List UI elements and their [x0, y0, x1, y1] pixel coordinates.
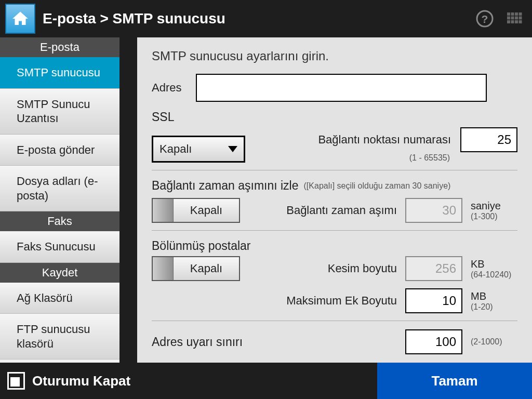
maxatt-input[interactable]: [405, 288, 462, 313]
svg-text:?: ?: [482, 13, 488, 25]
ssl-label: SSL: [152, 110, 517, 124]
segment-unit: KB: [471, 258, 517, 270]
sidebar-header-save: Kaydet: [0, 263, 119, 283]
segment-range: (64-10240): [471, 270, 517, 280]
sidebar-item-filenames[interactable]: Dosya adları: [0, 360, 119, 363]
ok-label: Tamam: [431, 373, 477, 389]
sidebar-item-send-email[interactable]: E-posta gönder: [0, 135, 119, 166]
logout-icon: [7, 372, 25, 390]
split-label: Bölünmüş postalar: [152, 239, 517, 253]
timeout-watch-state: Kapalı: [174, 199, 239, 222]
port-input[interactable]: [460, 127, 517, 152]
timeout-range: (1-300): [471, 212, 517, 221]
sidebar: E-posta SMTP sunucusu SMTP Sunucu Uzantı…: [0, 37, 119, 363]
svg-rect-2: [507, 12, 510, 16]
ssl-value: Kapalı: [159, 142, 192, 156]
ok-button[interactable]: Tamam: [377, 363, 532, 399]
logout-label: Oturumu Kapat: [32, 373, 130, 389]
svg-rect-5: [519, 12, 522, 16]
page-intro: SMTP sunucusu ayarlarını girin.: [152, 49, 517, 63]
sidebar-header-email: E-posta: [0, 37, 119, 57]
port-label: Bağlantı noktası numarası: [318, 133, 451, 147]
toggle-knob: [153, 199, 174, 222]
timeout-watch-label: Bağlantı zaman aşımını izle: [152, 179, 299, 193]
toggle-knob: [153, 257, 174, 280]
svg-rect-7: [511, 17, 514, 20]
svg-rect-13: [519, 20, 522, 23]
timeout-watch-hint: ([Kapalı] seçili olduğu zaman 30 saniye): [304, 181, 451, 191]
split-state: Kapalı: [174, 257, 239, 280]
svg-rect-10: [507, 20, 510, 23]
sidebar-item-ftp-folder[interactable]: FTP sunucusu klasörü: [0, 314, 119, 360]
svg-rect-11: [511, 20, 514, 23]
top-bar: E-posta > SMTP sunucusu ?: [0, 0, 532, 37]
chevron-down-icon: [228, 146, 237, 152]
keyboard-icon: [506, 9, 524, 28]
sidebar-item-smtp-extension[interactable]: SMTP Sunucu Uzantısı: [0, 89, 119, 135]
svg-rect-9: [519, 17, 522, 20]
split-toggle[interactable]: Kapalı: [152, 256, 240, 281]
maxatt-label: Maksimum Ek Boyutu: [286, 294, 397, 308]
maxatt-unit: MB: [471, 290, 517, 302]
sidebar-item-fax-server[interactable]: Faks Sunucusu: [0, 231, 119, 263]
ssl-dropdown[interactable]: Kapalı: [152, 136, 245, 163]
home-button[interactable]: [5, 4, 35, 34]
addrlimit-input[interactable]: [405, 329, 462, 354]
keyboard-button[interactable]: [503, 7, 527, 31]
timeout-watch-toggle[interactable]: Kapalı: [152, 198, 240, 223]
addrlimit-range: (2-1000): [471, 337, 517, 347]
sidebar-item-network-folder[interactable]: Ağ Klasörü: [0, 283, 119, 314]
help-icon: ?: [475, 9, 494, 28]
sidebar-header-fax: Faks: [0, 211, 119, 231]
address-input[interactable]: [196, 74, 487, 102]
svg-rect-6: [507, 17, 510, 20]
bottom-bar: Oturumu Kapat Tamam: [0, 363, 532, 399]
segment-label: Kesim boyutu: [328, 262, 397, 275]
breadcrumb: E-posta > SMTP sunucusu: [43, 10, 473, 27]
sidebar-item-smtp-server[interactable]: SMTP sunucusu: [0, 57, 119, 89]
sidebar-item-filenames-email[interactable]: Dosya adları (e-posta): [0, 166, 119, 211]
home-icon: [11, 9, 30, 28]
segment-input: [405, 256, 462, 281]
maxatt-range: (1-20): [471, 302, 517, 312]
help-button[interactable]: ?: [473, 7, 497, 31]
logout-button[interactable]: Oturumu Kapat: [0, 363, 377, 399]
svg-rect-12: [515, 20, 518, 23]
port-range: (1 - 65535): [409, 153, 450, 163]
svg-rect-3: [511, 12, 514, 16]
timeout-label: Bağlantı zaman aşımı: [286, 204, 397, 217]
address-label: Adres: [152, 81, 181, 95]
svg-rect-8: [515, 17, 518, 20]
addrlimit-label: Adres uyarı sınırı: [152, 335, 243, 349]
timeout-unit: saniye: [471, 200, 517, 212]
content-panel: SMTP sunucusu ayarlarını girin. Adres SS…: [137, 37, 532, 363]
timeout-input: [405, 198, 462, 223]
svg-rect-4: [515, 12, 518, 16]
